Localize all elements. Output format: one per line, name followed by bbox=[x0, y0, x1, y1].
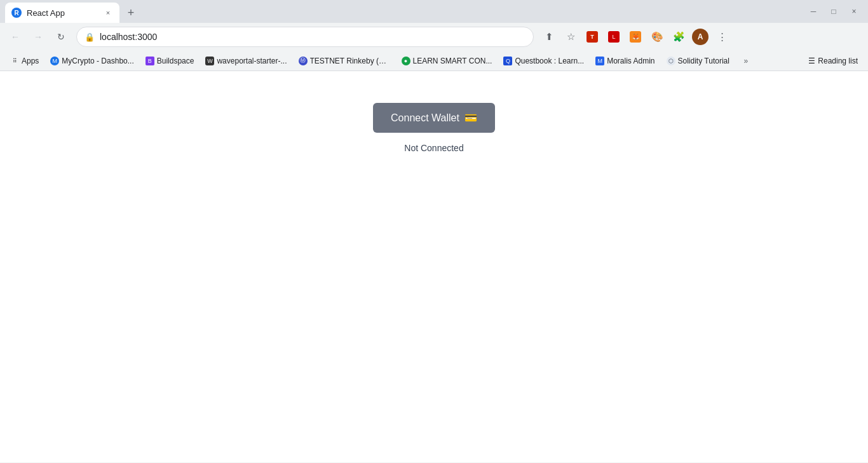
color-extension[interactable]: 🎨 bbox=[647, 27, 667, 47]
tab-title: React App bbox=[27, 8, 98, 18]
title-bar: R React App × + ─ □ × bbox=[0, 0, 868, 23]
active-tab[interactable]: R React App × bbox=[5, 3, 119, 23]
moralis-favicon: M bbox=[595, 57, 604, 65]
back-button[interactable]: ← bbox=[5, 27, 25, 47]
bookmark-buildspace[interactable]: B Buildspace bbox=[140, 54, 200, 68]
forward-icon: → bbox=[34, 32, 43, 42]
forward-button[interactable]: → bbox=[28, 27, 48, 47]
extensions-button[interactable]: 🧩 bbox=[668, 27, 689, 47]
tampermonkey-extension[interactable]: T bbox=[582, 27, 602, 47]
waveportal-favicon: W bbox=[205, 57, 214, 65]
minimize-button[interactable]: ─ bbox=[804, 3, 822, 20]
address-text: localhost:3000 bbox=[100, 32, 526, 42]
bookmark-waveportal-label: waveportal-starter-... bbox=[217, 57, 287, 65]
apps-favicon: ⠿ bbox=[10, 57, 19, 65]
metamask-extension[interactable]: 🦊 bbox=[625, 27, 646, 47]
bookmark-solidity[interactable]: ⬡ Solidity Tutorial bbox=[661, 54, 735, 68]
not-connected-status: Not Connected bbox=[404, 143, 463, 153]
bookmark-questbook[interactable]: Q Questbook : Learn... bbox=[498, 54, 589, 68]
learn-favicon: ● bbox=[402, 57, 410, 65]
maximize-button[interactable]: □ bbox=[825, 3, 843, 20]
bookmark-apps[interactable]: ⠿ Apps bbox=[5, 54, 44, 68]
window-controls: ─ □ × bbox=[799, 0, 868, 23]
bookmark-questbook-label: Questbook : Learn... bbox=[515, 57, 584, 65]
tab-strip: R React App × + bbox=[5, 0, 799, 23]
menu-icon: ⋮ bbox=[717, 31, 727, 43]
wallet-emoji: 💳 bbox=[465, 112, 477, 124]
bookmark-moralis[interactable]: M Moralis Admin bbox=[590, 54, 660, 68]
lastpass-extension[interactable]: L bbox=[604, 27, 624, 47]
more-bookmarks-button[interactable]: » bbox=[737, 53, 755, 69]
bookmark-apps-label: Apps bbox=[22, 57, 39, 65]
color-icon: 🎨 bbox=[651, 31, 663, 43]
bookmark-buildspace-label: Buildspace bbox=[157, 57, 194, 65]
puzzle-icon: 🧩 bbox=[673, 31, 685, 43]
bookmark-testnet-label: TESTNET Rinkeby (E... bbox=[310, 57, 390, 65]
bookmark-testnet[interactable]: Ⓜ TESTNET Rinkeby (E... bbox=[294, 54, 395, 68]
new-tab-button[interactable]: + bbox=[122, 4, 140, 22]
bookmark-solidity-label: Solidity Tutorial bbox=[678, 57, 729, 65]
refresh-button[interactable]: ↻ bbox=[51, 27, 71, 47]
bookmark-learn[interactable]: ● LEARN SMART CON... bbox=[397, 54, 498, 68]
reading-list-icon: ☰ bbox=[808, 57, 815, 65]
tab-close-button[interactable]: × bbox=[103, 8, 113, 18]
questbook-favicon: Q bbox=[503, 57, 512, 65]
connect-wallet-button[interactable]: Connect Wallet 💳 bbox=[373, 103, 495, 133]
bookmark-waveportal[interactable]: W waveportal-starter-... bbox=[200, 54, 292, 68]
toolbar-right: ⬆ ☆ T L 🦊 🎨 🧩 A ⋮ bbox=[539, 27, 732, 47]
star-icon: ☆ bbox=[567, 31, 575, 43]
menu-button[interactable]: ⋮ bbox=[712, 27, 732, 47]
reading-list-label: Reading list bbox=[818, 57, 858, 65]
bookmark-button[interactable]: ☆ bbox=[560, 27, 581, 47]
back-icon: ← bbox=[11, 32, 20, 42]
mycrypto-favicon: M bbox=[50, 57, 59, 65]
profile-avatar: A bbox=[692, 29, 709, 45]
tab-favicon: R bbox=[11, 8, 22, 18]
testnet-favicon: Ⓜ bbox=[299, 57, 308, 65]
share-button[interactable]: ⬆ bbox=[539, 27, 559, 47]
bookmarks-bar: ⠿ Apps M MyCrypto - Dashbo... B Buildspa… bbox=[0, 51, 868, 71]
solidity-favicon: ⬡ bbox=[667, 57, 675, 65]
close-window-button[interactable]: × bbox=[845, 3, 863, 20]
connect-wallet-label: Connect Wallet bbox=[391, 112, 459, 124]
bookmark-mycrypto[interactable]: M MyCrypto - Dashbo... bbox=[45, 54, 139, 68]
address-bar[interactable]: 🔒 localhost:3000 bbox=[76, 27, 534, 47]
profile-button[interactable]: A bbox=[690, 27, 710, 47]
toolbar: ← → ↻ 🔒 localhost:3000 ⬆ ☆ T L 🦊 🎨 🧩 bbox=[0, 23, 868, 51]
share-icon: ⬆ bbox=[545, 31, 553, 43]
lock-icon: 🔒 bbox=[85, 32, 95, 42]
bookmark-learn-label: LEARN SMART CON... bbox=[413, 57, 492, 65]
page-content: Connect Wallet 💳 Not Connected bbox=[0, 71, 868, 462]
refresh-icon: ↻ bbox=[57, 32, 65, 42]
bookmark-moralis-label: Moralis Admin bbox=[607, 57, 654, 65]
buildspace-favicon: B bbox=[146, 57, 154, 65]
reading-list-button[interactable]: ☰ Reading list bbox=[803, 54, 863, 68]
bookmark-mycrypto-label: MyCrypto - Dashbo... bbox=[62, 57, 133, 65]
